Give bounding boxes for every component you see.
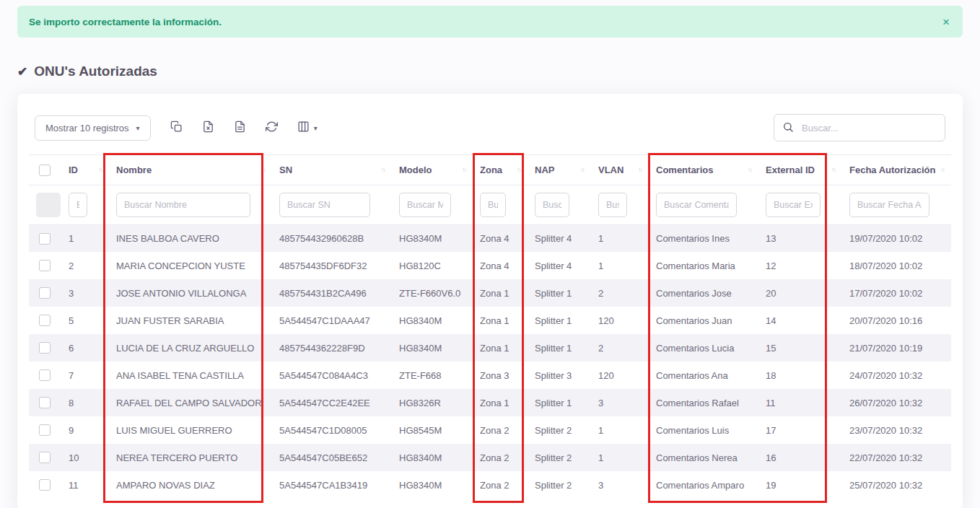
cell-vlan: 1 xyxy=(591,444,649,471)
row-checkbox[interactable] xyxy=(39,233,51,245)
cell-vlan: 2 xyxy=(591,279,649,307)
row-checkbox-cell xyxy=(29,307,61,334)
columns-visibility-button[interactable]: ▾ xyxy=(297,121,318,135)
column-filter-cell xyxy=(528,185,591,224)
search-input[interactable] xyxy=(774,114,945,141)
sort-icon[interactable]: ↑↓ xyxy=(261,166,265,173)
page-title-text: ONU's Autorizadas xyxy=(34,64,157,79)
cell-id: 6 xyxy=(61,334,109,362)
column-header-label: SN xyxy=(279,165,292,175)
row-checkbox[interactable] xyxy=(39,287,51,299)
column-header-modelo[interactable]: Modelo ↑↓ xyxy=(392,155,473,185)
row-checkbox-cell xyxy=(29,444,61,471)
row-checkbox[interactable] xyxy=(39,397,51,408)
cell-id: 2 xyxy=(61,252,109,279)
cell-vlan: 1 xyxy=(591,416,649,444)
row-checkbox[interactable] xyxy=(39,260,51,271)
cell-external-id: 18 xyxy=(758,362,842,389)
filter-input-sn[interactable] xyxy=(279,193,370,217)
column-header-id[interactable]: ID ↑↓ xyxy=(61,155,109,185)
cell-sn: 485754435DF6DF32 xyxy=(272,252,392,279)
row-checkbox[interactable] xyxy=(39,315,51,326)
column-header-nombre[interactable]: Nombre ↑↓ xyxy=(109,155,272,185)
filter-input-nap[interactable] xyxy=(535,193,569,217)
cell-sn: 485754432960628B xyxy=(272,224,392,252)
copy-icon xyxy=(170,121,183,135)
cell-fecha: 23/07/2020 10:32 xyxy=(842,416,951,444)
copy-button[interactable] xyxy=(170,121,183,135)
cell-external-id: 11 xyxy=(758,389,842,416)
row-checkbox-cell xyxy=(29,416,61,444)
cell-external-id: 12 xyxy=(758,252,842,279)
row-checkbox[interactable] xyxy=(39,479,51,491)
row-checkbox[interactable] xyxy=(39,424,51,436)
refresh-button[interactable] xyxy=(266,121,278,135)
table-row: 5 JUAN FUSTER SARABIA 5A544547C1DAAA47 H… xyxy=(29,307,951,334)
column-header-label: Zona xyxy=(480,165,502,175)
column-header-label: Fecha Autorización xyxy=(849,165,935,175)
file-export-icon xyxy=(234,121,246,135)
file-export-button[interactable] xyxy=(234,121,246,135)
column-filter-cell xyxy=(842,185,951,224)
cell-modelo: HG8340M xyxy=(392,334,473,362)
cell-comentarios: Comentarios Ana xyxy=(649,362,758,389)
column-header-label: Nombre xyxy=(116,165,152,175)
column-header-nap[interactable]: NAP ↑↓ xyxy=(528,155,591,185)
cell-fecha: 24/07/2020 10:32 xyxy=(842,362,951,389)
length-menu-button[interactable]: Mostrar 10 registros ▾ xyxy=(35,115,151,141)
excel-export-button[interactable] xyxy=(202,121,214,135)
sort-icon[interactable]: ↑↓ xyxy=(638,166,642,173)
sort-icon[interactable]: ↑↓ xyxy=(517,166,520,173)
cell-nombre: MARIA CONCEPCION YUSTE xyxy=(109,252,272,279)
cell-sn: 5A544547C084A4C3 xyxy=(272,362,392,389)
cell-fecha: 17/07/2020 10:02 xyxy=(842,279,951,307)
header-row: ID ↑↓ Nombre ↑↓ SN ↑↓ Modelo ↑↓ Zona ↑↓ … xyxy=(29,155,951,185)
sort-icon[interactable]: ↑↓ xyxy=(940,166,944,173)
alert-close-button[interactable]: × xyxy=(942,16,950,28)
cell-modelo: HG8326R xyxy=(392,389,473,416)
column-header-sn[interactable]: SN ↑↓ xyxy=(272,155,392,185)
row-checkbox[interactable] xyxy=(39,342,51,354)
select-all-checkbox[interactable] xyxy=(39,165,51,176)
column-header-label: ID xyxy=(69,165,78,175)
cell-zona: Zona 4 xyxy=(473,252,528,279)
sort-icon[interactable]: ↑↓ xyxy=(831,166,835,173)
filter-input-id[interactable] xyxy=(69,193,87,217)
column-header-external_id[interactable]: External ID ↑↓ xyxy=(758,155,842,185)
sort-icon[interactable]: ↑↓ xyxy=(462,166,465,173)
sort-icon[interactable]: ↑↓ xyxy=(748,166,751,173)
cell-comentarios: Comentarios Lucia xyxy=(649,334,758,362)
table-row: 1 INES BALBOA CAVERO 485754432960628B HG… xyxy=(29,224,951,252)
filter-input-nombre[interactable] xyxy=(116,193,250,217)
cell-zona: Zona 2 xyxy=(473,444,528,471)
filter-input-fecha[interactable] xyxy=(849,193,929,217)
column-header-comentarios[interactable]: Comentarios ↑↓ xyxy=(649,155,758,185)
filter-input-external_id[interactable] xyxy=(766,193,821,217)
cell-zona: Zona 1 xyxy=(473,389,528,416)
cell-external-id: 16 xyxy=(758,444,842,471)
column-header-vlan[interactable]: VLAN ↑↓ xyxy=(591,155,649,185)
cell-comentarios: Comentarios Ines xyxy=(649,224,758,252)
column-header-fecha[interactable]: Fecha Autorización ↑↓ xyxy=(842,155,951,185)
cell-modelo: HG8340M xyxy=(392,307,473,334)
filter-input-comentarios[interactable] xyxy=(656,193,737,217)
search-icon xyxy=(782,121,794,133)
sort-icon[interactable]: ↑↓ xyxy=(98,166,102,173)
cell-zona: Zona 1 xyxy=(473,307,528,334)
sort-icon[interactable]: ↑↓ xyxy=(381,166,385,173)
page-title: ✔ ONU's Autorizadas xyxy=(17,64,963,79)
filter-blank xyxy=(36,193,61,217)
cell-nap: Splitter 1 xyxy=(528,389,591,416)
cell-comentarios: Comentarios Rafael xyxy=(649,389,758,416)
row-checkbox[interactable] xyxy=(39,452,51,463)
sort-icon[interactable]: ↑↓ xyxy=(580,166,584,173)
filter-input-vlan[interactable] xyxy=(598,193,627,217)
column-header-zona[interactable]: Zona ↑↓ xyxy=(473,155,528,185)
row-checkbox[interactable] xyxy=(39,369,51,381)
row-checkbox-cell xyxy=(29,279,61,307)
filter-input-modelo[interactable] xyxy=(399,193,451,217)
cell-sn: 485754431B2CA496 xyxy=(272,279,392,307)
filter-input-zona[interactable] xyxy=(480,193,506,217)
caret-down-icon: ▾ xyxy=(136,124,140,132)
table-row: 2 MARIA CONCEPCION YUSTE 485754435DF6DF3… xyxy=(29,252,951,279)
